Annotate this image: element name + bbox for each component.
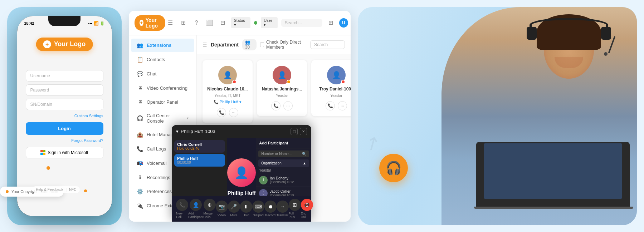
phone-mockup: 18:42 ▪▪▪ 📶 🔋 + Your Logo Username Passw…	[7, 7, 122, 225]
org-filter[interactable]: Organization ▲	[258, 159, 309, 167]
sidebar-item-chat[interactable]: 💬 Chat	[131, 67, 194, 81]
password-field[interactable]: Password	[26, 84, 103, 96]
grid-view-icon[interactable]: ⊞	[326, 18, 336, 28]
user-dropdown[interactable]: User ▾	[261, 17, 278, 28]
username-field[interactable]: Username	[26, 70, 103, 82]
contact-card-2: 👤 Natasha Jennings... Yeastar 📞 ···	[257, 60, 307, 116]
add-participant-action[interactable]: 👤 Add Participant	[188, 199, 204, 219]
dialpad-action[interactable]: ⌨ Dialpad	[252, 201, 264, 217]
mute-btn[interactable]: 🎤	[228, 201, 240, 213]
hold-action[interactable]: ⏸ Hold	[240, 201, 252, 217]
full-plus-action[interactable]: ⊞ Full Plus	[289, 199, 301, 219]
new-call-action[interactable]: 📞 New Call	[176, 199, 188, 219]
sidebar-item-extensions[interactable]: 👥 Extensions	[131, 39, 194, 52]
more-btn-2[interactable]: ···	[283, 101, 293, 110]
sidebar-item-contacts[interactable]: 📋 Contacts	[131, 53, 194, 66]
new-call-label: New Call	[176, 212, 188, 219]
sidebar-item-callcenter[interactable]: 🎧 Call Center Console ▾	[131, 109, 194, 127]
full-plus-label: Full Plus	[289, 212, 301, 219]
merge-calls-btn[interactable]: ⊕	[204, 199, 216, 211]
menu-icon[interactable]: ☰	[165, 18, 175, 28]
add-participant-btn[interactable]: 👤	[190, 199, 202, 211]
help-link[interactable]: Help & Feedback	[36, 188, 63, 192]
mute-action[interactable]: 🎤 Mute	[228, 201, 240, 217]
video-label: Video	[218, 213, 226, 217]
status-dot-3	[341, 80, 345, 84]
direct-members-filter[interactable]: Check Only Direct Members	[260, 40, 307, 50]
forgot-password-link[interactable]: Forgot Password?	[26, 138, 103, 143]
sn-domain-field[interactable]: SN/Domain	[26, 99, 103, 110]
new-call-btn[interactable]: 📞	[176, 199, 188, 211]
photo-section: 🎧 ↗	[358, 7, 637, 225]
chevron-down-icon: ▾	[176, 129, 179, 134]
call-btn-1[interactable]: 📞	[217, 108, 226, 117]
window-icon[interactable]: ⬜	[205, 18, 214, 28]
transfer-btn[interactable]: →	[277, 201, 289, 213]
login-button[interactable]: Login	[26, 122, 103, 135]
plus-icon: +	[43, 40, 51, 48]
help-icon[interactable]: ?	[192, 18, 201, 28]
dialpad-btn[interactable]: ⌨	[252, 201, 264, 213]
merge-calls-action[interactable]: ⊕ Merge Calls	[204, 199, 216, 219]
caller-active[interactable]: Phillip Huff 00:00:09	[174, 154, 225, 167]
direct-members-checkbox[interactable]	[260, 42, 264, 47]
phone-chevron-1: ▾	[239, 100, 241, 104]
header-search[interactable]: Search...	[281, 19, 322, 27]
phone-logo-badge: + Your Logo	[36, 38, 93, 51]
caller-on-hold[interactable]: Chris Cornell Hold 00:02:46	[174, 140, 225, 153]
grid-icon[interactable]: ⊞	[179, 18, 188, 28]
custom-settings-link[interactable]: Custom Settings	[26, 114, 103, 118]
contact-name-2: Natasha Jennings...	[262, 87, 302, 92]
record-action[interactable]: ⏺ Record	[264, 201, 277, 217]
phone-time: 18:42	[24, 21, 34, 25]
nfc-link[interactable]: NFC	[69, 188, 77, 192]
p-name-1: Ian Doherty	[270, 176, 294, 180]
wifi-icon: 📶	[94, 21, 99, 26]
signal-icon: ▪▪▪	[88, 21, 93, 25]
callcenter-icon: 🎧	[137, 115, 143, 122]
more-btn-3[interactable]: ···	[338, 101, 347, 110]
sidebar-item-video[interactable]: 🖥 Video Conferencing	[131, 82, 194, 95]
participant-item-1[interactable]: I Ian Doherty [Extension] 1012	[256, 174, 311, 187]
video-action[interactable]: 📷 Video	[216, 201, 228, 217]
preferences-icon: ⚙️	[137, 188, 143, 195]
p-name-2: Jacob Collier	[270, 189, 294, 193]
end-call-action[interactable]: 📵 End Call	[301, 199, 313, 219]
status-dot-1	[232, 80, 236, 84]
full-plus-btn[interactable]: ⊞	[289, 199, 301, 211]
microsoft-signin-button[interactable]: Sign in with Microsoft	[26, 147, 103, 158]
chevron-up-icon: ▲	[303, 161, 306, 165]
video-btn[interactable]: 📷	[216, 201, 228, 213]
avatar-wrap-2: 👤	[273, 66, 291, 84]
end-call-btn[interactable]: 📵	[301, 199, 313, 211]
minimize-call-btn[interactable]: ▢	[291, 128, 298, 135]
fullscreen-icon[interactable]: ⊟	[218, 18, 228, 28]
chrome-icon: 🔌	[137, 203, 143, 209]
sidebar-item-operator[interactable]: 🖥 Operator Panel	[131, 95, 194, 109]
contact-dept-3: Yeastar	[330, 94, 342, 98]
call-btn-3[interactable]: 📞	[326, 101, 335, 110]
contacts-search[interactable]: Search	[310, 40, 345, 49]
contact-name-3: Troy Daniel-1002	[319, 87, 351, 92]
record-btn[interactable]: ⏺	[264, 201, 277, 213]
hold-caller-name: Chris Cornell	[177, 142, 222, 147]
participant-search[interactable]: Number or Name... 🔍	[258, 150, 309, 157]
hold-btn[interactable]: ⏸	[240, 201, 252, 213]
close-call-btn[interactable]: ✕	[300, 128, 307, 135]
status-dropdown[interactable]: Status ▾	[231, 17, 250, 28]
contacts-label: Contacts	[147, 57, 165, 62]
user-avatar[interactable]: U	[339, 18, 348, 28]
member-count: 👥 30	[242, 39, 257, 50]
more-btn-1[interactable]: ···	[229, 108, 238, 117]
app-logo: + Your Logo	[135, 15, 165, 31]
headset-illustration: 🎧 ↗	[358, 7, 637, 225]
call-ext: 1003	[205, 129, 215, 134]
member-count-icon: 👥	[245, 40, 250, 45]
contact-phone-1: 📞 Phillip Huff ▾	[214, 100, 241, 104]
status-indicator	[254, 21, 258, 25]
transfer-action[interactable]: → Transfer	[277, 201, 289, 217]
transfer-label: Transfer	[277, 213, 288, 217]
dept-label: Department	[211, 42, 239, 48]
orange-headset-badge: 🎧	[379, 154, 408, 182]
call-btn-2[interactable]: 📞	[271, 101, 280, 110]
